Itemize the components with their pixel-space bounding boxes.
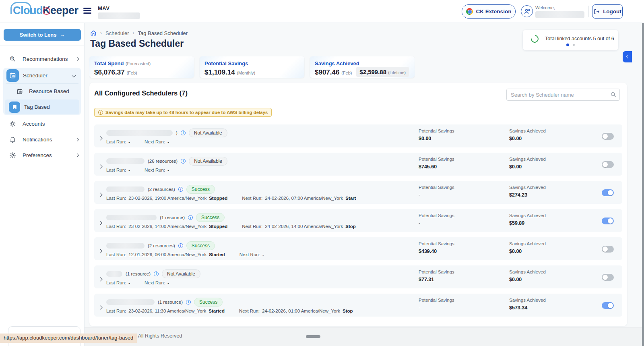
scheduler-toggle[interactable] bbox=[602, 161, 614, 168]
ck-extension-button[interactable]: CK Extension bbox=[462, 4, 516, 19]
info-icon: i bbox=[98, 110, 103, 115]
potential-savings-col: Potential Savings $0.00 bbox=[419, 128, 454, 141]
sidebar-divider bbox=[0, 46, 84, 46]
sidebar-item-scheduler[interactable]: Scheduler bbox=[3, 68, 81, 83]
sidebar-item-tag-based[interactable]: Tag Based bbox=[5, 99, 79, 114]
savings-achieved-col: Savings Achieved $573.34 bbox=[509, 298, 546, 311]
scheduler-toggle[interactable] bbox=[602, 302, 614, 309]
scheduler-toggle[interactable] bbox=[602, 246, 614, 253]
workspace-title: MAV bbox=[98, 5, 109, 11]
potential-savings-col: Potential Savings - bbox=[419, 185, 454, 198]
potential-savings-col: Potential Savings $745.60 bbox=[419, 157, 454, 170]
sidebar-item-resource-based[interactable]: Resource Based bbox=[3, 84, 81, 99]
status-badge: Success bbox=[196, 213, 225, 222]
stat-card-savings-achieved: Savings Achieved $907.46 (Feb) $2,599.88… bbox=[310, 56, 415, 78]
hamburger-menu-icon[interactable] bbox=[83, 8, 91, 14]
chevron-left-icon bbox=[626, 55, 630, 58]
switch-to-lens-button[interactable]: Switch to Lens→ bbox=[4, 29, 81, 41]
info-icon[interactable]: i bbox=[154, 271, 159, 276]
breadcrumb-scheduler[interactable]: Scheduler bbox=[105, 30, 129, 36]
sidebar-item-notifications[interactable]: Notifications bbox=[0, 132, 84, 147]
savings-achieved-col: Savings Achieved $274.23 bbox=[509, 185, 546, 198]
home-icon[interactable] bbox=[90, 30, 97, 36]
chevron-right-icon bbox=[75, 138, 79, 142]
savings-achieved-col: Savings Achieved $59.89 bbox=[509, 213, 546, 226]
expand-chevron-icon[interactable] bbox=[99, 191, 102, 198]
schedulers-panel: All Configured Schedulers (7) i Savings … bbox=[89, 83, 627, 326]
scheduler-name-redacted bbox=[106, 186, 144, 192]
linked-accounts-card: Total linked accounts 5 out of 6 bbox=[523, 30, 618, 50]
savings-achieved-col: Savings Achieved $0.00 bbox=[509, 128, 546, 141]
sidebar-item-accounts[interactable]: Accounts bbox=[0, 116, 84, 132]
scheduler-toggle[interactable] bbox=[602, 274, 614, 281]
cloudkeeper-logo: CloudKeeper bbox=[13, 4, 78, 17]
scheduler-row[interactable]: (1 resource) i Success Last Run:23-02-20… bbox=[94, 209, 622, 232]
info-icon[interactable]: i bbox=[178, 187, 183, 192]
potential-savings-col: Potential Savings - bbox=[419, 213, 454, 226]
accounts-icon bbox=[9, 120, 16, 128]
recommendations-icon: $ bbox=[9, 56, 16, 63]
potential-savings-col: Potential Savings $439.40 bbox=[419, 241, 454, 254]
chevron-right-icon bbox=[75, 153, 79, 157]
scheduler-icon bbox=[6, 69, 19, 82]
info-icon[interactable]: i bbox=[186, 300, 191, 305]
chevron-right-icon bbox=[75, 57, 79, 61]
logout-button[interactable]: Logout bbox=[592, 4, 623, 19]
dot-active[interactable] bbox=[566, 44, 569, 46]
footer: CloudKeeper 2026 | All Rights Reserved bbox=[85, 327, 644, 346]
scheduler-name-redacted bbox=[106, 215, 157, 220]
scheduler-group: Scheduler Resource Based Tag Based bbox=[3, 68, 81, 115]
warning-banner: i Savings data may take up to 48 hours t… bbox=[94, 108, 272, 117]
search-input[interactable] bbox=[506, 89, 620, 101]
chevron-down-icon bbox=[72, 74, 76, 78]
linked-accounts-text: Total linked accounts 5 out of 6 bbox=[545, 36, 614, 41]
expand-chevron-icon[interactable] bbox=[99, 275, 102, 282]
scheduler-row[interactable]: (2 resources) i Success Last Run:23-02-2… bbox=[94, 181, 622, 204]
username-redacted bbox=[535, 11, 584, 18]
scheduler-row[interactable]: (2 resources) i Success Last Run:12-01-2… bbox=[94, 237, 622, 260]
carousel-dots[interactable] bbox=[523, 44, 618, 46]
chrome-icon bbox=[466, 8, 473, 15]
scheduler-toggle[interactable] bbox=[602, 189, 614, 196]
scheduler-name-redacted bbox=[106, 130, 173, 136]
scheduler-row[interactable]: (26 resources) i Not Available Last Run:… bbox=[94, 153, 622, 176]
app-header: CloudKeeper MAV CK Extension Welcome, Lo… bbox=[0, 0, 644, 23]
savings-achieved-col: Savings Achieved $0.00 bbox=[509, 241, 546, 254]
breadcrumb-current: Tag Based Scheduler bbox=[138, 30, 188, 36]
status-badge: Not Available bbox=[189, 128, 227, 137]
expand-chevron-icon[interactable] bbox=[99, 303, 102, 311]
workspace-subtitle-redacted bbox=[98, 12, 140, 19]
scheduler-row[interactable]: (1 resource) i Success Last Run:23-02-20… bbox=[94, 294, 622, 317]
info-icon[interactable]: i bbox=[178, 243, 183, 248]
expand-chevron-icon[interactable] bbox=[99, 247, 102, 254]
expand-chevron-icon[interactable] bbox=[99, 134, 102, 141]
scheduler-toggle[interactable] bbox=[602, 133, 614, 140]
scheduler-toggle[interactable] bbox=[602, 218, 614, 224]
collapse-panel-tab[interactable] bbox=[623, 51, 632, 62]
header-divider bbox=[588, 6, 589, 17]
search-wrap bbox=[506, 89, 620, 101]
dot-idle[interactable] bbox=[573, 44, 575, 46]
sidebar-item-recommendations[interactable]: $ Recommendations bbox=[0, 51, 84, 67]
scheduler-row[interactable]: (1 resource) i Not Available Last Run:- … bbox=[94, 265, 622, 288]
info-icon[interactable]: i bbox=[181, 131, 186, 135]
svg-text:$: $ bbox=[11, 57, 13, 60]
status-badge: Success bbox=[194, 298, 223, 307]
breadcrumb: › Scheduler › Tag Based Scheduler bbox=[90, 30, 188, 36]
vertical-scrollbar[interactable] bbox=[642, 23, 644, 346]
expand-chevron-icon[interactable] bbox=[99, 162, 102, 170]
info-icon[interactable]: i bbox=[181, 159, 186, 164]
scheduler-name-redacted bbox=[106, 243, 144, 249]
sidebar-item-preferences[interactable]: Preferences bbox=[0, 147, 84, 163]
scheduler-row[interactable]: ) i Not Available Last Run:- Next Run:- … bbox=[94, 124, 622, 147]
user-avatar[interactable] bbox=[521, 5, 533, 17]
search-icon[interactable] bbox=[610, 91, 617, 98]
logout-icon bbox=[593, 8, 600, 15]
scheduler-name-redacted bbox=[106, 299, 155, 305]
progress-ring-icon bbox=[529, 33, 540, 44]
stat-card-total-spend: Total Spend (Forecasted) $6,076.37 (Feb) bbox=[89, 56, 194, 78]
potential-savings-col: Potential Savings $77.31 bbox=[419, 269, 454, 282]
expand-chevron-icon[interactable] bbox=[99, 219, 102, 226]
info-icon[interactable]: i bbox=[188, 215, 193, 220]
horizontal-scrollbar-thumb[interactable] bbox=[306, 335, 320, 338]
